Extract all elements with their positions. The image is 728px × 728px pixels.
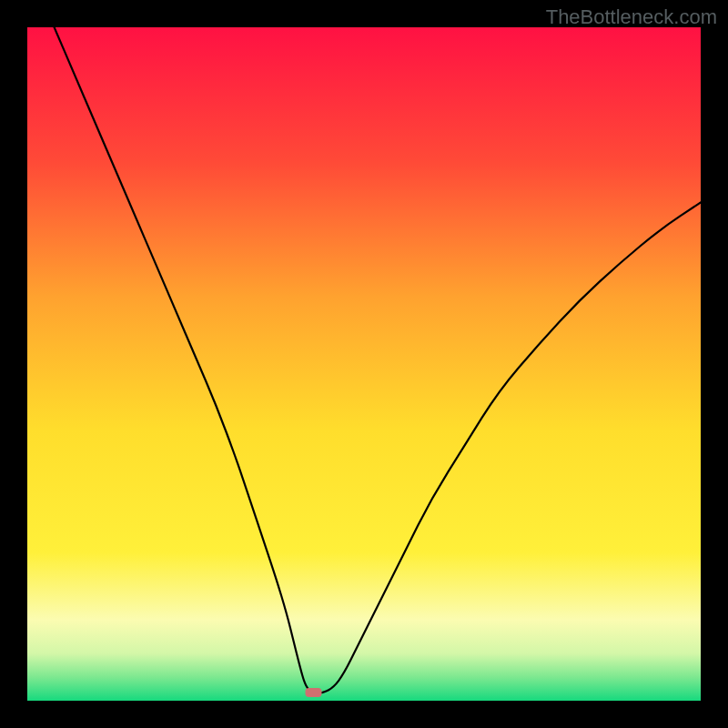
chart-frame: TheBottleneck.com <box>0 0 728 728</box>
watermark-text: TheBottleneck.com <box>546 5 717 29</box>
chart-svg <box>27 27 701 701</box>
gradient-background <box>27 27 701 701</box>
plot-area <box>27 27 701 701</box>
minimum-marker <box>306 688 322 697</box>
